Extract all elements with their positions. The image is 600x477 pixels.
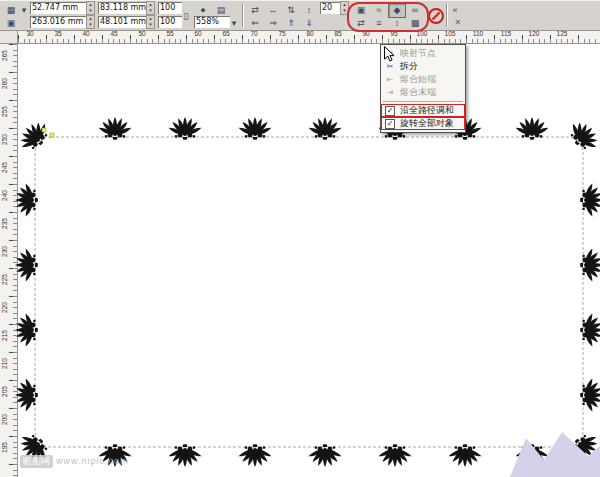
watermark-url: www.nipic.com (56, 456, 129, 466)
toolbar-separator (446, 3, 447, 27)
corner-decoration-shape (510, 432, 600, 477)
menu-item-label: 熔合始端 (400, 74, 436, 84)
map-nodes-icon: ⇄ (384, 47, 396, 60)
x-position-input[interactable] (30, 2, 88, 14)
blend-node-marker (50, 133, 54, 137)
height-input[interactable] (98, 16, 148, 28)
y-position-spinner[interactable] (86, 15, 95, 29)
node-edit-icon[interactable]: ▣ (2, 16, 20, 31)
split-icon: ✂ (384, 60, 396, 73)
fan-ornament[interactable] (515, 117, 550, 140)
menu-item-label: 熔合末端 (400, 87, 436, 97)
fan-ornament[interactable] (15, 248, 38, 283)
property-bar: ▦ ▾ ▣ ▯ ● ▤ ▾ ⇄ ↔ ⇅ ↕ ⇐ ⇒ ⇑ ⇓ ▣ ≈ ◆ ∞ ⇄ … (0, 0, 600, 31)
fan-ornament[interactable] (308, 444, 343, 467)
lock-ratio-icon[interactable]: ▯ (180, 9, 192, 24)
direction-down-icon[interactable]: ⇓ (300, 16, 318, 31)
menu-item-label: 沿全路径调和 (400, 105, 454, 115)
menu-item-label: 映射节点 (400, 48, 436, 58)
close-icon[interactable]: × (452, 15, 464, 30)
menu-item-blend-along-path[interactable]: ✓ 沿全路径调和 (381, 104, 465, 117)
width-spinner[interactable] (146, 1, 155, 15)
menu-item-split[interactable]: ✂ 拆分 (381, 60, 465, 73)
fan-ornament[interactable] (168, 444, 203, 467)
app-window: ▦ ▾ ▣ ▯ ● ▤ ▾ ⇄ ↔ ⇅ ↕ ⇐ ⇒ ⇑ ⇓ ▣ ≈ ◆ ∞ ⇄ … (0, 0, 600, 477)
fan-ornament[interactable] (14, 116, 55, 157)
fan-ornament[interactable] (308, 117, 343, 140)
fan-ornament[interactable] (238, 444, 273, 467)
checkbox-checked-icon[interactable]: ✓ (385, 119, 395, 129)
fan-ornament[interactable] (15, 378, 38, 413)
fan-ornament[interactable] (98, 117, 133, 140)
fuse-start-icon: ⇤ (384, 73, 396, 86)
blend-options-menu: ⇄ 映射节点 ✂ 拆分 ⇤ 熔合始端 ⇥ 熔合末端 ✓ 沿全路径调和 ✓ 旋转全… (380, 44, 466, 133)
scale-y-input[interactable] (158, 16, 182, 28)
size-accel-icon[interactable]: ↕ (388, 16, 406, 31)
blend-path (35, 137, 583, 447)
scale-x-input[interactable] (158, 2, 182, 14)
menu-item-label: 旋转全部对象 (400, 118, 454, 128)
toolbar-separator (242, 3, 243, 27)
fan-ornament[interactable] (378, 444, 413, 467)
fuse-end-icon: ⇥ (384, 86, 396, 99)
menu-item-map-nodes[interactable]: ⇄ 映射节点 (381, 47, 465, 60)
direction-right-icon[interactable]: ⇒ (264, 16, 282, 31)
clear-blend-button[interactable] (428, 8, 444, 24)
menu-item-fuse-end[interactable]: ⇥ 熔合末端 (381, 86, 465, 99)
fan-ornament[interactable] (564, 116, 600, 157)
fan-ornament[interactable] (238, 117, 273, 140)
copy-blend-icon[interactable]: ▩ (406, 16, 424, 31)
color-accel-icon[interactable]: ≡ (370, 16, 388, 31)
direction-up-icon[interactable]: ⇑ (282, 16, 300, 31)
watermark: 昵图网www.nipic.com (20, 455, 129, 468)
y-position-input[interactable] (30, 16, 88, 28)
fan-ornament[interactable] (15, 313, 38, 348)
blend-steps-spinner[interactable] (340, 1, 349, 15)
blend-start-node-marker (42, 128, 46, 132)
fan-ornament[interactable] (168, 117, 203, 140)
menu-item-label: 拆分 (400, 61, 418, 71)
x-position-spinner[interactable] (86, 1, 95, 15)
zoom-dropdown-icon[interactable]: ▾ (228, 16, 240, 31)
ornament-border-artwork[interactable] (0, 0, 600, 477)
menu-item-fuse-start[interactable]: ⇤ 熔合始端 (381, 73, 465, 86)
fan-ornaments (14, 116, 600, 469)
blend-steps-input[interactable] (320, 2, 342, 14)
direction-left-icon[interactable]: ⇐ (246, 16, 264, 31)
fan-ornament[interactable] (15, 183, 38, 218)
menu-item-rotate-all-objects[interactable]: ✓ 旋转全部对象 (381, 117, 465, 130)
object-accel-icon[interactable]: ⇄ (352, 16, 370, 31)
menu-separator (383, 101, 463, 102)
fan-ornament[interactable] (448, 444, 483, 467)
zoom-level-input[interactable] (194, 16, 230, 28)
width-input[interactable] (98, 2, 148, 14)
watermark-badge: 昵图网 (20, 455, 53, 468)
checkbox-checked-icon[interactable]: ✓ (385, 106, 395, 116)
height-spinner[interactable] (146, 15, 155, 29)
